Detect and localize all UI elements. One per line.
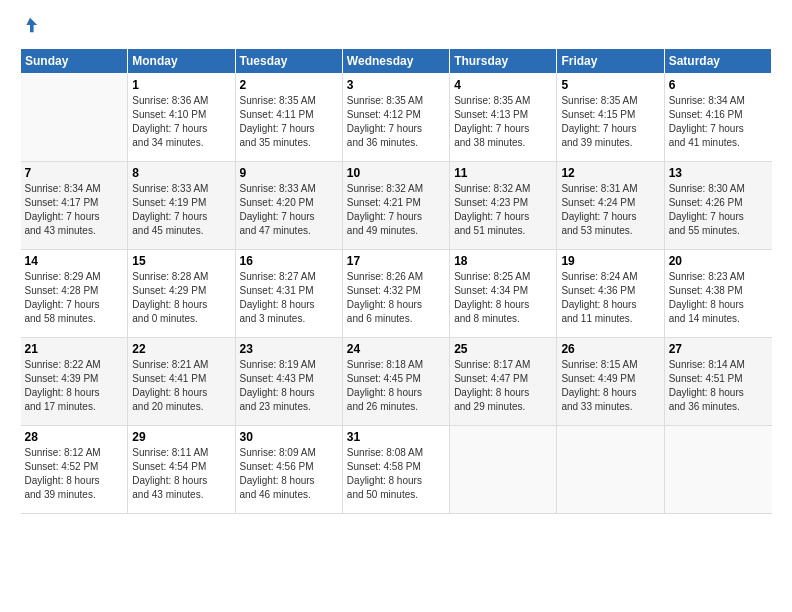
day-number: 23 (240, 342, 338, 356)
day-number: 28 (25, 430, 124, 444)
calendar-cell: 1Sunrise: 8:36 AMSunset: 4:10 PMDaylight… (128, 74, 235, 162)
day-number: 18 (454, 254, 552, 268)
day-info: Sunrise: 8:33 AMSunset: 4:20 PMDaylight:… (240, 182, 338, 238)
day-number: 10 (347, 166, 445, 180)
calendar-cell (664, 426, 771, 514)
calendar-cell: 29Sunrise: 8:11 AMSunset: 4:54 PMDayligh… (128, 426, 235, 514)
calendar-cell: 18Sunrise: 8:25 AMSunset: 4:34 PMDayligh… (450, 250, 557, 338)
day-info: Sunrise: 8:22 AMSunset: 4:39 PMDaylight:… (25, 358, 124, 414)
day-number: 4 (454, 78, 552, 92)
logo (20, 16, 39, 38)
day-info: Sunrise: 8:09 AMSunset: 4:56 PMDaylight:… (240, 446, 338, 502)
day-number: 16 (240, 254, 338, 268)
calendar-cell: 3Sunrise: 8:35 AMSunset: 4:12 PMDaylight… (342, 74, 449, 162)
day-info: Sunrise: 8:08 AMSunset: 4:58 PMDaylight:… (347, 446, 445, 502)
calendar-cell: 28Sunrise: 8:12 AMSunset: 4:52 PMDayligh… (21, 426, 128, 514)
day-info: Sunrise: 8:12 AMSunset: 4:52 PMDaylight:… (25, 446, 124, 502)
week-row-2: 7Sunrise: 8:34 AMSunset: 4:17 PMDaylight… (21, 162, 772, 250)
day-info: Sunrise: 8:21 AMSunset: 4:41 PMDaylight:… (132, 358, 230, 414)
day-number: 27 (669, 342, 768, 356)
calendar-cell: 19Sunrise: 8:24 AMSunset: 4:36 PMDayligh… (557, 250, 664, 338)
calendar-cell: 12Sunrise: 8:31 AMSunset: 4:24 PMDayligh… (557, 162, 664, 250)
day-number: 26 (561, 342, 659, 356)
day-number: 13 (669, 166, 768, 180)
calendar-cell: 25Sunrise: 8:17 AMSunset: 4:47 PMDayligh… (450, 338, 557, 426)
day-number: 20 (669, 254, 768, 268)
day-info: Sunrise: 8:34 AMSunset: 4:16 PMDaylight:… (669, 94, 768, 150)
weekday-header-row: SundayMondayTuesdayWednesdayThursdayFrid… (21, 49, 772, 74)
day-number: 17 (347, 254, 445, 268)
day-info: Sunrise: 8:11 AMSunset: 4:54 PMDaylight:… (132, 446, 230, 502)
day-number: 11 (454, 166, 552, 180)
calendar-cell: 30Sunrise: 8:09 AMSunset: 4:56 PMDayligh… (235, 426, 342, 514)
calendar-table: SundayMondayTuesdayWednesdayThursdayFrid… (20, 48, 772, 514)
day-info: Sunrise: 8:31 AMSunset: 4:24 PMDaylight:… (561, 182, 659, 238)
day-number: 30 (240, 430, 338, 444)
calendar-cell (21, 74, 128, 162)
calendar-page: SundayMondayTuesdayWednesdayThursdayFrid… (0, 0, 792, 612)
calendar-cell: 11Sunrise: 8:32 AMSunset: 4:23 PMDayligh… (450, 162, 557, 250)
week-row-5: 28Sunrise: 8:12 AMSunset: 4:52 PMDayligh… (21, 426, 772, 514)
logo-icon (21, 16, 39, 34)
calendar-cell: 23Sunrise: 8:19 AMSunset: 4:43 PMDayligh… (235, 338, 342, 426)
weekday-header-saturday: Saturday (664, 49, 771, 74)
day-number: 21 (25, 342, 124, 356)
day-number: 24 (347, 342, 445, 356)
day-info: Sunrise: 8:23 AMSunset: 4:38 PMDaylight:… (669, 270, 768, 326)
day-info: Sunrise: 8:26 AMSunset: 4:32 PMDaylight:… (347, 270, 445, 326)
calendar-cell: 13Sunrise: 8:30 AMSunset: 4:26 PMDayligh… (664, 162, 771, 250)
day-number: 1 (132, 78, 230, 92)
calendar-cell: 27Sunrise: 8:14 AMSunset: 4:51 PMDayligh… (664, 338, 771, 426)
day-number: 19 (561, 254, 659, 268)
day-info: Sunrise: 8:35 AMSunset: 4:11 PMDaylight:… (240, 94, 338, 150)
calendar-cell: 26Sunrise: 8:15 AMSunset: 4:49 PMDayligh… (557, 338, 664, 426)
day-info: Sunrise: 8:34 AMSunset: 4:17 PMDaylight:… (25, 182, 124, 238)
weekday-header-tuesday: Tuesday (235, 49, 342, 74)
calendar-cell: 7Sunrise: 8:34 AMSunset: 4:17 PMDaylight… (21, 162, 128, 250)
calendar-cell: 2Sunrise: 8:35 AMSunset: 4:11 PMDaylight… (235, 74, 342, 162)
day-info: Sunrise: 8:15 AMSunset: 4:49 PMDaylight:… (561, 358, 659, 414)
calendar-cell: 10Sunrise: 8:32 AMSunset: 4:21 PMDayligh… (342, 162, 449, 250)
calendar-cell: 9Sunrise: 8:33 AMSunset: 4:20 PMDaylight… (235, 162, 342, 250)
day-info: Sunrise: 8:30 AMSunset: 4:26 PMDaylight:… (669, 182, 768, 238)
day-info: Sunrise: 8:32 AMSunset: 4:21 PMDaylight:… (347, 182, 445, 238)
day-info: Sunrise: 8:19 AMSunset: 4:43 PMDaylight:… (240, 358, 338, 414)
week-row-1: 1Sunrise: 8:36 AMSunset: 4:10 PMDaylight… (21, 74, 772, 162)
day-info: Sunrise: 8:24 AMSunset: 4:36 PMDaylight:… (561, 270, 659, 326)
day-info: Sunrise: 8:27 AMSunset: 4:31 PMDaylight:… (240, 270, 338, 326)
day-number: 12 (561, 166, 659, 180)
calendar-cell: 21Sunrise: 8:22 AMSunset: 4:39 PMDayligh… (21, 338, 128, 426)
weekday-header-monday: Monday (128, 49, 235, 74)
day-number: 14 (25, 254, 124, 268)
weekday-header-wednesday: Wednesday (342, 49, 449, 74)
calendar-cell: 8Sunrise: 8:33 AMSunset: 4:19 PMDaylight… (128, 162, 235, 250)
day-number: 2 (240, 78, 338, 92)
day-number: 22 (132, 342, 230, 356)
day-info: Sunrise: 8:29 AMSunset: 4:28 PMDaylight:… (25, 270, 124, 326)
week-row-4: 21Sunrise: 8:22 AMSunset: 4:39 PMDayligh… (21, 338, 772, 426)
calendar-cell: 5Sunrise: 8:35 AMSunset: 4:15 PMDaylight… (557, 74, 664, 162)
calendar-cell: 16Sunrise: 8:27 AMSunset: 4:31 PMDayligh… (235, 250, 342, 338)
weekday-header-thursday: Thursday (450, 49, 557, 74)
day-number: 25 (454, 342, 552, 356)
day-info: Sunrise: 8:35 AMSunset: 4:15 PMDaylight:… (561, 94, 659, 150)
day-info: Sunrise: 8:32 AMSunset: 4:23 PMDaylight:… (454, 182, 552, 238)
calendar-cell: 4Sunrise: 8:35 AMSunset: 4:13 PMDaylight… (450, 74, 557, 162)
day-number: 8 (132, 166, 230, 180)
weekday-header-friday: Friday (557, 49, 664, 74)
day-number: 6 (669, 78, 768, 92)
header (20, 16, 772, 38)
calendar-cell: 15Sunrise: 8:28 AMSunset: 4:29 PMDayligh… (128, 250, 235, 338)
day-info: Sunrise: 8:18 AMSunset: 4:45 PMDaylight:… (347, 358, 445, 414)
week-row-3: 14Sunrise: 8:29 AMSunset: 4:28 PMDayligh… (21, 250, 772, 338)
calendar-cell: 14Sunrise: 8:29 AMSunset: 4:28 PMDayligh… (21, 250, 128, 338)
day-number: 7 (25, 166, 124, 180)
weekday-header-sunday: Sunday (21, 49, 128, 74)
day-number: 5 (561, 78, 659, 92)
day-number: 3 (347, 78, 445, 92)
day-number: 31 (347, 430, 445, 444)
day-info: Sunrise: 8:28 AMSunset: 4:29 PMDaylight:… (132, 270, 230, 326)
day-info: Sunrise: 8:17 AMSunset: 4:47 PMDaylight:… (454, 358, 552, 414)
calendar-cell: 6Sunrise: 8:34 AMSunset: 4:16 PMDaylight… (664, 74, 771, 162)
calendar-cell: 22Sunrise: 8:21 AMSunset: 4:41 PMDayligh… (128, 338, 235, 426)
